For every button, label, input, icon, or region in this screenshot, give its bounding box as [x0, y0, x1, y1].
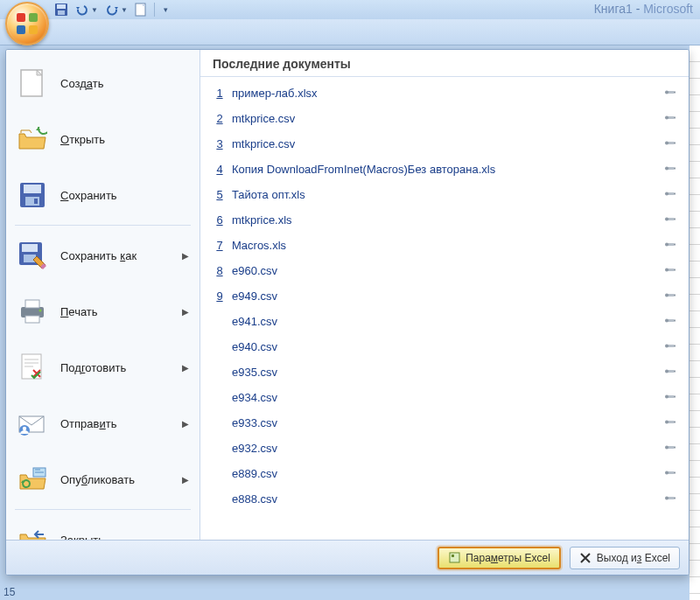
pin-button[interactable] — [662, 441, 678, 457]
recent-documents-list: 1пример-лаб.xlsx2mtkprice.csv3mtkprice.c… — [200, 77, 689, 540]
recent-document-item[interactable]: e888.csv — [209, 486, 682, 512]
pin-icon — [664, 162, 676, 177]
recent-document-item[interactable]: e941.csv — [209, 309, 682, 334]
ribbon-tab-strip — [0, 19, 700, 45]
svg-rect-24 — [674, 117, 676, 119]
svg-point-41 — [665, 345, 668, 348]
recent-document-item[interactable]: 1пример-лаб.xlsx — [209, 80, 682, 106]
pin-button[interactable] — [662, 136, 678, 152]
qat-separator — [154, 3, 155, 17]
recent-document-item[interactable]: e932.csv — [209, 436, 682, 461]
pin-icon — [664, 213, 676, 227]
svg-rect-42 — [674, 345, 676, 347]
new-doc-icon — [135, 3, 147, 17]
recent-document-item[interactable]: 9e949.csv — [209, 283, 682, 309]
pin-button[interactable] — [662, 492, 678, 507]
menu-item-save[interactable]: Сохранить — [10, 167, 196, 223]
pin-button[interactable] — [662, 238, 678, 254]
menu-item-prepare[interactable]: Подготовить▶ — [10, 339, 196, 395]
recent-document-index: 2 — [213, 112, 227, 125]
pin-button[interactable] — [662, 339, 678, 355]
exit-excel-button[interactable]: Выход из Excel — [570, 547, 680, 569]
pin-button[interactable] — [662, 289, 678, 304]
recent-document-name: e933.csv — [232, 416, 662, 429]
qat-redo-button[interactable]: ▼ — [105, 2, 128, 17]
menu-item-open[interactable]: Открыть — [10, 111, 196, 167]
pin-button[interactable] — [662, 365, 678, 380]
undo-icon — [75, 3, 89, 16]
menu-item-close[interactable]: Закрыть — [10, 512, 196, 540]
pin-button[interactable] — [662, 187, 678, 203]
pin-icon — [664, 365, 676, 380]
pin-button[interactable] — [662, 162, 678, 178]
svg-point-51 — [665, 471, 668, 475]
pin-button[interactable] — [662, 263, 678, 279]
recent-document-index: 4 — [213, 163, 227, 176]
recent-document-item[interactable]: e940.csv — [209, 334, 682, 359]
menu-item-label: Подготовить — [60, 361, 126, 374]
open-icon — [17, 123, 48, 155]
pin-button[interactable] — [662, 86, 678, 101]
svg-point-45 — [665, 395, 668, 399]
pin-button[interactable] — [662, 314, 678, 330]
pin-button[interactable] — [662, 213, 678, 228]
recent-document-item[interactable]: e889.csv — [209, 461, 682, 486]
prepare-icon — [17, 352, 48, 383]
qat-save-button[interactable] — [54, 2, 68, 17]
dropdown-caret-icon[interactable]: ▼ — [91, 6, 98, 14]
recent-document-name: mtkprice.csv — [232, 137, 662, 150]
svg-rect-52 — [674, 472, 676, 474]
pin-button[interactable] — [662, 111, 678, 127]
svg-point-43 — [665, 370, 668, 373]
svg-rect-32 — [674, 219, 676, 220]
svg-rect-55 — [450, 553, 459, 562]
office-menu-footer: Параметры Excel Выход из Excel — [6, 540, 689, 575]
recent-document-name: e889.csv — [232, 467, 662, 480]
qat-undo-button[interactable]: ▼ — [75, 2, 98, 17]
menu-item-send[interactable]: Отправить▶ — [10, 395, 196, 451]
send-icon — [17, 408, 48, 439]
workbook-name: Книга1 — [594, 2, 633, 16]
svg-rect-28 — [674, 168, 676, 170]
print-icon — [17, 296, 48, 327]
qat-customize-button[interactable]: ▾ — [162, 2, 168, 17]
menu-item-label: Открыть — [60, 133, 105, 146]
recent-document-item[interactable]: e934.csv — [209, 385, 682, 410]
pin-icon — [664, 238, 676, 253]
recent-document-item[interactable]: 2mtkprice.csv — [209, 106, 682, 131]
recent-document-name: e888.csv — [232, 492, 662, 506]
svg-rect-13 — [25, 300, 39, 308]
recent-document-item[interactable]: e935.csv — [209, 359, 682, 385]
submenu-arrow-icon: ▶ — [182, 475, 189, 485]
pin-icon — [664, 492, 676, 506]
menu-item-new[interactable]: Создать — [10, 55, 196, 111]
excel-options-button[interactable]: Параметры Excel — [438, 547, 561, 569]
dropdown-caret-icon[interactable]: ▼ — [121, 6, 128, 14]
recent-document-item[interactable]: 8e960.csv — [209, 258, 682, 283]
qat-new-button[interactable] — [135, 2, 147, 17]
recent-document-item[interactable]: 6mtkprice.xls — [209, 207, 682, 233]
svg-rect-34 — [674, 244, 676, 246]
menu-item-label: Опубликовать — [60, 473, 135, 486]
recent-document-item[interactable]: 7Macros.xls — [209, 233, 682, 258]
row-number-label: 15 — [4, 586, 15, 598]
menu-item-label: Закрыть — [60, 534, 104, 541]
recent-document-item[interactable]: e933.csv — [209, 410, 682, 436]
svg-point-53 — [665, 497, 668, 500]
recent-document-index: 8 — [213, 264, 227, 277]
pin-button[interactable] — [662, 390, 678, 406]
recent-document-item[interactable]: 5Тайота опт.xls — [209, 182, 682, 207]
pin-button[interactable] — [662, 415, 678, 431]
menu-item-saveas[interactable]: Сохранить как▶ — [10, 227, 196, 283]
svg-point-29 — [665, 192, 668, 196]
pin-button[interactable] — [662, 466, 678, 482]
office-button[interactable] — [5, 2, 49, 45]
recent-document-item[interactable]: 3mtkprice.csv — [209, 131, 682, 157]
office-logo-icon — [17, 13, 38, 34]
recent-document-item[interactable]: 4Копия DownloadFromInet(Macros)Без автор… — [209, 157, 682, 182]
recent-document-name: e940.csv — [232, 340, 662, 353]
menu-item-print[interactable]: Печать▶ — [10, 283, 196, 339]
svg-rect-56 — [452, 555, 454, 557]
menu-item-publish[interactable]: Опубликовать▶ — [10, 451, 196, 507]
excel-options-label: Параметры Excel — [466, 552, 550, 564]
